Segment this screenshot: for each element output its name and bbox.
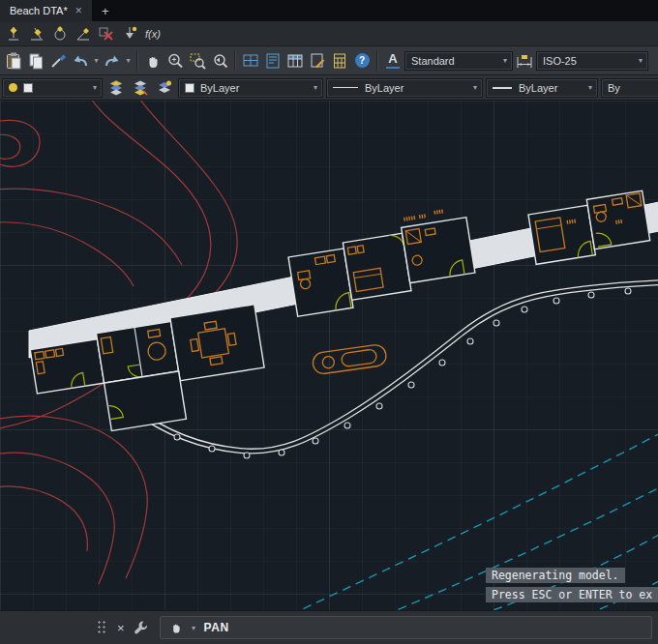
viewports-button[interactable] <box>240 50 261 72</box>
field-button[interactable] <box>307 50 328 72</box>
building-right-cluster <box>527 190 651 264</box>
layer-properties-button[interactable] <box>105 77 127 99</box>
color-combo[interactable]: ByLayer ▾ <box>178 78 323 98</box>
toolbar-separator <box>136 51 138 71</box>
text-style-button[interactable]: A <box>382 50 404 72</box>
linetype-value: ByLayer <box>365 82 469 94</box>
chevron-down-icon: ▾ <box>639 56 643 65</box>
command-history-overlay: Regenerating model. Press ESC or ENTER t… <box>486 564 658 602</box>
lineweight-preview <box>493 87 512 89</box>
copy-clip-button[interactable] <box>25 50 46 72</box>
chevron-down-icon: ▾ <box>473 83 477 92</box>
drawing-tab[interactable]: Beach DTA* × <box>0 0 93 21</box>
lounge-furniture <box>312 343 387 374</box>
autocad-window: Beach DTA* × + f(x) <box>0 0 658 644</box>
dim-style-value: ISO-25 <box>543 55 635 67</box>
linetype-combo[interactable]: ByLayer ▾ <box>326 78 483 98</box>
redo-dropdown[interactable]: ▾ <box>124 56 133 65</box>
command-history-line: Press ESC or ENTER to ex <box>486 587 658 602</box>
active-command-label: PAN <box>204 621 229 634</box>
parameters-manager-icon[interactable]: f(x) <box>142 23 164 44</box>
layer-isolate-button[interactable] <box>154 77 175 99</box>
standard-toolbar: ▾ ▾ ? <box>0 46 658 75</box>
text-style-icon: A <box>386 52 399 68</box>
help-button[interactable]: ? <box>351 50 373 72</box>
constraint-settings-icon[interactable] <box>119 23 140 44</box>
undo-button[interactable] <box>70 50 91 72</box>
lineweight-combo[interactable]: ByLayer ▾ <box>486 78 598 98</box>
dim-style-button[interactable] <box>514 50 535 72</box>
fx-label: f(x) <box>143 28 163 40</box>
properties-toolbar: ▾ ByLayer ▾ ByLayer ▾ ByLayer ▾ By <box>0 75 658 101</box>
radial-constraint-icon[interactable] <box>49 23 71 44</box>
redo-button[interactable] <box>102 50 123 72</box>
paste-button[interactable] <box>3 50 24 72</box>
site-plan-drawing <box>0 101 658 610</box>
plot-style-combo[interactable]: By <box>601 78 658 98</box>
dim-style-combo[interactable]: ISO-25 ▾ <box>536 51 648 71</box>
pan-tool-icon <box>168 620 184 635</box>
chevron-down-icon: ▾ <box>588 83 592 92</box>
chevron-down-icon: ▾ <box>93 83 97 92</box>
command-grip-handle[interactable] <box>97 620 107 635</box>
aligned-constraint-icon[interactable] <box>26 23 47 44</box>
tab-close-icon[interactable]: × <box>75 5 82 16</box>
command-close-button[interactable]: × <box>111 621 131 635</box>
building-mid-cluster <box>284 206 477 316</box>
new-tab-button[interactable]: + <box>93 0 118 21</box>
command-history-line: Regenerating model. <box>486 568 625 583</box>
drawing-canvas[interactable]: Regenerating model. Press ESC or ENTER t… <box>0 101 658 610</box>
help-icon: ? <box>355 53 370 68</box>
command-bar-spacer <box>0 611 93 644</box>
zoom-realtime-button[interactable] <box>164 50 186 72</box>
layer-on-icon <box>9 83 17 92</box>
zoom-window-button[interactable] <box>187 50 208 72</box>
file-tab-bar: Beach DTA* × + <box>0 0 658 21</box>
customize-button[interactable] <box>131 617 152 638</box>
parametric-toolbar: f(x) <box>0 21 658 46</box>
color-value: ByLayer <box>200 82 310 94</box>
pan-button[interactable] <box>142 50 164 72</box>
wrench-icon <box>133 619 150 636</box>
chevron-down-icon: ▾ <box>503 56 507 65</box>
text-style-value: Standard <box>411 55 499 67</box>
color-swatch <box>185 83 194 93</box>
command-bar: × ▾ PAN <box>0 610 658 644</box>
text-style-combo[interactable]: Standard ▾ <box>404 51 513 71</box>
layer-color-swatch <box>23 83 33 93</box>
plot-style-value: By <box>608 82 658 94</box>
drawing-tab-title: Beach DTA* <box>10 5 68 16</box>
linetype-preview <box>333 87 358 88</box>
match-properties-button[interactable] <box>47 50 69 72</box>
quickcalc-button[interactable] <box>329 50 350 72</box>
delete-constraints-icon[interactable] <box>96 23 117 44</box>
chevron-down-icon: ▾ <box>314 83 317 92</box>
toolbar-separator <box>234 51 236 71</box>
lineweight-value: ByLayer <box>519 82 584 94</box>
toolbar-separator <box>376 51 378 71</box>
undo-dropdown[interactable]: ▾ <box>92 56 101 65</box>
layer-combo[interactable]: ▾ <box>2 78 103 98</box>
command-options-chevron[interactable]: ▾ <box>190 624 198 632</box>
angular-constraint-icon[interactable] <box>73 23 94 44</box>
zoom-previous-button[interactable] <box>209 50 230 72</box>
dimensional-constraint-icon[interactable] <box>3 23 24 44</box>
named-views-button[interactable] <box>262 50 284 72</box>
command-input-field[interactable]: ▾ PAN <box>160 616 652 639</box>
table-button[interactable] <box>284 50 306 72</box>
layer-states-button[interactable] <box>130 77 151 99</box>
